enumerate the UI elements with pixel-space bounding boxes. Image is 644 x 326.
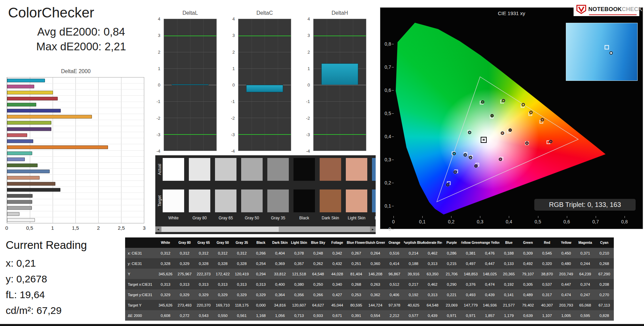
table-cell: 0,208: [595, 279, 614, 289]
deltae-bar-white: [7, 218, 35, 222]
deltae-bar-row: [7, 193, 144, 199]
deltae-x-tick-label: 2: [97, 225, 100, 231]
scrollbar-thumb[interactable]: [162, 227, 279, 232]
scroll-left-button[interactable]: ◄: [155, 226, 161, 232]
deltae-bar-light-skin: [7, 176, 40, 179]
limit-line: [164, 36, 216, 36]
table-cell: 0,313: [232, 279, 252, 289]
table-cell: 1,056: [270, 310, 289, 321]
deltae-x-tick-label: 0,5: [26, 225, 33, 231]
table-column-header: Light Skin: [289, 237, 309, 248]
swatch-column: Black: [293, 158, 315, 225]
table-cell: 0,828: [595, 310, 614, 321]
table-cell: 97,978: [385, 300, 404, 310]
table-cell: 40,307: [538, 300, 557, 310]
table-cell: 144,724: [366, 300, 385, 310]
reading-y: y: 0,2678: [6, 273, 120, 285]
table-cell: 0,971: [461, 310, 480, 321]
delta-chart-deltal: DeltaL43210-1-2-3-4: [148, 10, 219, 152]
y-tick-label: 0: [158, 83, 160, 88]
cie-x-tick: [393, 216, 394, 218]
limit-line: [238, 134, 291, 135]
cie-x-tick-label: 0,6: [564, 219, 570, 224]
y-tick-label: 2: [232, 49, 235, 54]
table-cell: 0,266: [251, 248, 270, 258]
target-swatch: [163, 189, 184, 212]
table-cell: 0,447: [556, 279, 576, 289]
grid-line: [164, 101, 216, 102]
reading-cdm2: cd/m²: 67,29: [6, 305, 120, 316]
table-cell: 169,710: [213, 300, 232, 310]
table-cell: 0,290: [442, 279, 461, 289]
cie-x-tick: [451, 216, 451, 218]
table-cell: 0,447: [480, 258, 499, 269]
table-column-header: Blue Sky: [309, 237, 328, 248]
table-cell: 64,627: [309, 300, 328, 310]
table-cell: 0,312: [232, 248, 252, 258]
cie-x-tick-label: 0: [392, 219, 395, 224]
table-cell: 0,427: [328, 289, 347, 300]
table-cell: 0,480: [556, 258, 576, 269]
y-axis-labels: 43210-1-2-3-4: [298, 19, 312, 151]
limit-line: [164, 134, 216, 135]
table-cell: 1,179: [499, 310, 519, 321]
table-cell: 0,376: [461, 279, 480, 289]
y-tick-label: 4: [308, 16, 310, 21]
y-tick-label: -2: [231, 115, 235, 120]
cie-x-tick: [509, 216, 509, 218]
table-cell: 0,247: [576, 289, 595, 300]
cie-y-tick-label: 0: [381, 226, 391, 232]
deltae-bar-gray-80: [7, 212, 19, 216]
swatch-scrollbar[interactable]: ◄ ►: [155, 226, 376, 232]
deltae-bar-row: [7, 205, 144, 211]
grid-line: [314, 52, 366, 52]
table-cell: 64,239: [576, 269, 595, 279]
table-cell: 0,391: [347, 310, 366, 321]
table-cell: 0,217: [404, 279, 423, 289]
cie-x-tick-label: 0,3: [477, 219, 483, 224]
table-cell: 64,548: [309, 269, 328, 279]
scroll-right-button[interactable]: ►: [370, 226, 376, 232]
table-cell: 2,212: [385, 310, 404, 321]
y-tick-label: 3: [158, 33, 160, 38]
colorchecker-screen: ColorChecker Avg dE2000: 0,84 Max dE2000…: [0, 0, 644, 326]
cie-measured-point: [541, 118, 544, 121]
bottom-edge-bar: [0, 324, 644, 326]
table-cell: 172,422: [213, 269, 232, 279]
cie-x-tick: [422, 216, 423, 218]
y-tick-label: 2: [158, 49, 160, 54]
target-row-label: Target: [157, 187, 162, 214]
table-corner-cell: [125, 237, 156, 248]
cie-highlight-inner: [482, 138, 485, 142]
deltae-bar-gray-50: [7, 200, 32, 204]
table-cell: 0,267: [347, 248, 366, 258]
table-cell: 80,595: [347, 300, 366, 310]
table-cell: 0,329: [232, 289, 252, 300]
reading-x: x: 0,21: [6, 258, 120, 269]
table-cell: 0,253: [347, 289, 366, 300]
table-cell: 1,107: [538, 310, 557, 321]
inset-measured-point: [609, 51, 613, 55]
table-cell: 45,044: [328, 300, 347, 310]
table-column-header: Blue: [499, 237, 519, 248]
table-cell: 0,141: [499, 289, 519, 300]
cie-1931-panel: CIE 1931 xy 00,10,20,30,40,50,60,70,8 0,…: [380, 7, 643, 229]
table-cell: 33,812: [270, 269, 289, 279]
table-cell: 0,329: [175, 289, 194, 300]
actual-swatch: [372, 158, 376, 181]
target-swatch: [215, 189, 236, 212]
table-cell: 148,025: [480, 269, 499, 279]
table-cell: 34,816: [270, 300, 289, 310]
limit-line: [238, 36, 291, 36]
table-row-label: Target Y: [125, 300, 156, 310]
table-cell: 118,175: [232, 300, 252, 310]
scrollbar-track[interactable]: [161, 226, 370, 232]
deltae-x-tick-label: 1: [51, 225, 54, 231]
rgb-triplet-readout: RGB Triplet: 0, 133, 163: [534, 199, 636, 211]
actual-swatch: [267, 158, 289, 181]
cie-measured-point: [525, 142, 529, 145]
table-row-label: y: CIE31: [125, 258, 156, 269]
table-cell: 220,370: [194, 300, 213, 310]
swatch-label: Gray 65: [215, 216, 236, 220]
table-cell: 44,028: [328, 269, 347, 279]
